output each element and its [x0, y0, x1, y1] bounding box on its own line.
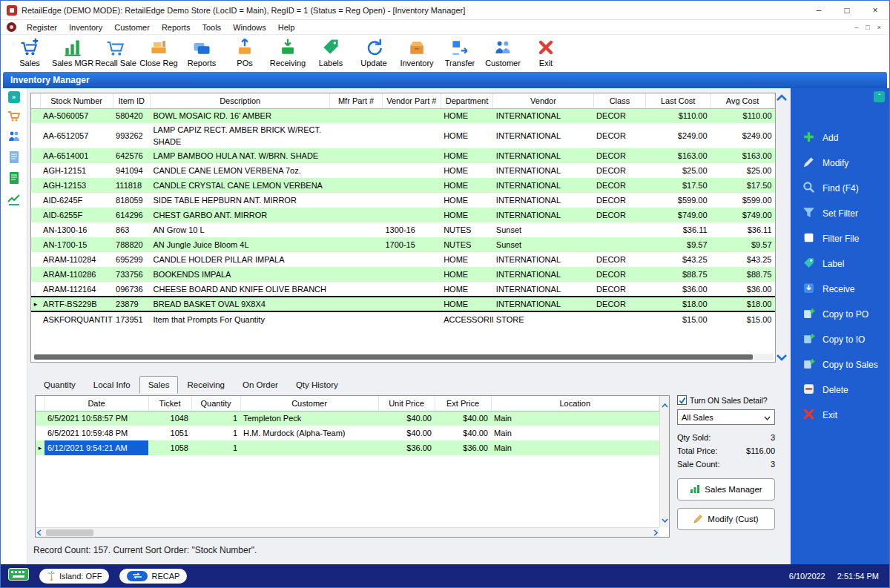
- table-cell[interactable]: $110.00: [711, 108, 775, 123]
- tab-qty-history[interactable]: Qty History: [287, 376, 347, 394]
- table-cell[interactable]: 23879: [113, 297, 150, 311]
- table-cell[interactable]: $36.00: [646, 282, 711, 297]
- minimize-button[interactable]: –: [805, 1, 833, 19]
- scroll-down-icon[interactable]: [662, 512, 668, 526]
- table-cell[interactable]: $43.25: [711, 252, 775, 267]
- table-cell[interactable]: [330, 178, 383, 193]
- table-cell[interactable]: $15.00: [646, 311, 711, 326]
- table-cell[interactable]: ASKFORQUANTITY: [40, 311, 113, 326]
- table-cell[interactable]: [382, 208, 441, 222]
- add-button[interactable]: Add: [791, 125, 889, 151]
- table-cell[interactable]: [330, 222, 383, 237]
- table-cell[interactable]: BOOKENDS IMPALA: [151, 267, 330, 282]
- table-cell[interactable]: ARTF-BS229B: [40, 297, 113, 311]
- table-cell[interactable]: $25.00: [711, 163, 775, 178]
- table-cell[interactable]: HOME: [441, 178, 493, 193]
- table-cell[interactable]: INTERNATIONAL: [493, 163, 593, 178]
- table-cell[interactable]: HOME: [441, 108, 493, 123]
- table-cell[interactable]: [330, 252, 383, 267]
- col-quantity[interactable]: Quantity: [191, 396, 240, 411]
- table-cell[interactable]: STORE: [493, 311, 593, 326]
- table-cell[interactable]: $163.00: [646, 148, 711, 163]
- copy-to-sales-button[interactable]: Copy to Sales: [791, 352, 889, 377]
- col-vendor-part[interactable]: Vendor Part #: [382, 93, 441, 108]
- table-cell[interactable]: 614296: [113, 208, 150, 222]
- toolbar-exit-button[interactable]: Exit: [524, 36, 567, 67]
- scroll-up-icon[interactable]: [662, 397, 668, 411]
- table-cell[interactable]: [593, 237, 646, 252]
- table-cell[interactable]: [330, 148, 383, 163]
- filter-file-button[interactable]: Filter File: [791, 226, 889, 251]
- col-department[interactable]: Department: [441, 93, 493, 108]
- table-cell[interactable]: AGH-12153: [40, 178, 113, 193]
- sales-detail-checkbox[interactable]: [677, 395, 687, 405]
- table-cell[interactable]: Sunset: [493, 222, 593, 237]
- col-stock-number[interactable]: Stock Number: [40, 93, 113, 108]
- table-cell[interactable]: [240, 440, 378, 455]
- toolbar-receiving-button[interactable]: Receiving: [266, 36, 309, 67]
- table-row[interactable]: AA-6514001642576LAMP BAMBOO HULA NAT. W/…: [31, 148, 775, 163]
- col-mfr-part[interactable]: Mfr Part #: [330, 93, 383, 108]
- cart-settings-icon[interactable]: [6, 108, 22, 124]
- table-cell[interactable]: [382, 297, 441, 311]
- sales-filter-dropdown[interactable]: All Sales: [677, 409, 775, 425]
- col-ext-price[interactable]: Ext Price: [435, 396, 491, 411]
- col-avg-cost[interactable]: Avg Cost: [711, 93, 775, 108]
- table-row[interactable]: AN-1700-15788820AN Jungle Juice Bloom 4L…: [31, 237, 775, 252]
- modify-button[interactable]: Modify: [791, 151, 889, 176]
- col-customer[interactable]: Customer: [240, 396, 378, 411]
- receive-doc-icon[interactable]: [6, 170, 22, 186]
- table-cell[interactable]: [382, 108, 441, 123]
- scroll-up-icon[interactable]: [777, 94, 787, 101]
- col-date[interactable]: Date: [44, 396, 148, 411]
- table-cell[interactable]: NUTES: [441, 237, 493, 252]
- table-cell[interactable]: INTERNATIONAL: [493, 208, 593, 222]
- table-row[interactable]: ARAM-110286733756BOOKENDS IMPALAHOMEINTE…: [31, 267, 775, 282]
- table-cell[interactable]: [593, 311, 646, 326]
- table-cell[interactable]: $40.00: [378, 426, 435, 440]
- tab-local-info[interactable]: Local Info: [85, 376, 139, 394]
- inventory-horizontal-scrollbar[interactable]: [33, 354, 774, 360]
- table-row[interactable]: 6/5/2021 10:58:57 PM10481Templeton Peck$…: [36, 411, 659, 426]
- table-cell[interactable]: [382, 193, 441, 208]
- table-cell[interactable]: AN-1300-16: [40, 222, 113, 237]
- table-cell[interactable]: Main: [491, 440, 659, 455]
- table-cell[interactable]: [382, 178, 441, 193]
- table-cell[interactable]: AA-6512057: [40, 123, 113, 148]
- set-filter-button[interactable]: Set Filter: [791, 201, 889, 226]
- receive-button[interactable]: Receive: [791, 277, 889, 302]
- table-cell[interactable]: Main: [491, 411, 659, 426]
- table-cell[interactable]: $18.00: [646, 297, 711, 311]
- table-cell[interactable]: 6/5/2021 10:58:57 PM: [44, 411, 148, 426]
- table-cell[interactable]: 6/12/2021 9:54:21 AM: [44, 440, 148, 455]
- table-cell[interactable]: DECOR: [593, 267, 646, 282]
- table-cell[interactable]: [330, 282, 383, 297]
- table-cell[interactable]: $88.75: [711, 267, 775, 282]
- table-cell[interactable]: CHEESE BOARD AND KNIFE OLIVE BRANCH: [151, 282, 330, 297]
- table-cell[interactable]: $17.50: [711, 178, 775, 193]
- table-cell[interactable]: $36.00: [435, 440, 491, 455]
- table-cell[interactable]: NUTES: [441, 222, 493, 237]
- find-button[interactable]: Find (F4): [791, 176, 889, 201]
- exit-button[interactable]: Exit: [791, 403, 889, 428]
- toolbar-close-reg-button[interactable]: Close Reg: [137, 36, 180, 67]
- table-cell[interactable]: [382, 311, 441, 326]
- table-row[interactable]: AID-6255F614296CHEST GARBO ANT. MIRRORHO…: [31, 208, 775, 222]
- scroll-right-icon[interactable]: [653, 526, 658, 539]
- col-item-id[interactable]: Item ID: [113, 93, 150, 108]
- table-cell[interactable]: 1: [191, 426, 240, 440]
- table-cell[interactable]: $18.00: [711, 297, 775, 311]
- table-row[interactable]: ▸ARTF-BS229B23879BREAD BASKET OVAL 9X8X4…: [31, 297, 775, 311]
- table-cell[interactable]: 1051: [148, 426, 191, 440]
- table-cell[interactable]: SIDE TABLE HEPBURN ANT. MIRROR: [151, 193, 330, 208]
- table-cell[interactable]: [330, 237, 383, 252]
- table-cell[interactable]: H.M. Murdock (Alpha-Team): [240, 426, 378, 440]
- table-cell[interactable]: DECOR: [593, 178, 646, 193]
- table-cell[interactable]: LAMP BAMBOO HULA NAT. W/BRN. SHADE: [151, 148, 330, 163]
- table-cell[interactable]: HOME: [441, 148, 493, 163]
- table-row[interactable]: 6/5/2021 10:59:48 PM10511H.M. Murdock (A…: [36, 426, 659, 440]
- edit-chart-icon[interactable]: [6, 191, 22, 207]
- panel-collapse-chevron-icon[interactable]: ˆ: [874, 91, 885, 102]
- table-cell[interactable]: $36.11: [711, 222, 775, 237]
- table-cell[interactable]: AGH-12151: [40, 163, 113, 178]
